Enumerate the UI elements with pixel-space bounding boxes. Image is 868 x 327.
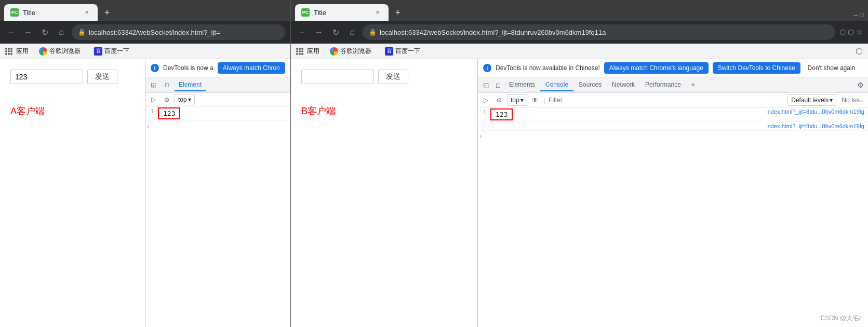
right-message-input[interactable] bbox=[301, 70, 374, 84]
right-devtools-play-icon[interactable]: ▷ bbox=[480, 94, 491, 106]
right-devtools-switch-btn[interactable]: Switch DevTools to Chinese bbox=[713, 62, 800, 74]
right-console-line-2: index.html?_ijt=8tdu...0bv0m6dkm19fg: bbox=[478, 122, 868, 131]
left-message-input[interactable] bbox=[10, 70, 83, 84]
left-devtools-match-btn[interactable]: Always match Chron bbox=[218, 62, 285, 74]
left-tab-close-icon[interactable]: × bbox=[82, 8, 91, 17]
right-devtools-device-icon[interactable]: ◻ bbox=[492, 79, 504, 91]
right-page-area: 发送 B客户端 bbox=[291, 59, 478, 327]
left-devtools-inspect-icon[interactable]: ◱ bbox=[148, 79, 159, 91]
right-send-button[interactable]: 发送 bbox=[378, 70, 408, 84]
left-devtools-icon-block[interactable]: ⊘ bbox=[161, 94, 172, 105]
right-line-number: 1 bbox=[480, 108, 490, 115]
right-default-levels-dropdown[interactable]: Default levels ▾ bbox=[787, 94, 836, 106]
right-top-label: top bbox=[511, 97, 519, 104]
right-url-box[interactable]: 🔒 localhost:63342/webSocket/index.html?_… bbox=[363, 24, 835, 40]
right-divider: | bbox=[544, 96, 545, 104]
left-devtools-info-icon: i bbox=[151, 64, 159, 72]
right-filter-input[interactable] bbox=[549, 97, 785, 104]
right-maximize-icon[interactable]: □ bbox=[860, 11, 864, 19]
right-tab-close-icon[interactable]: × bbox=[373, 8, 382, 17]
left-browser-tab[interactable]: PC Title × bbox=[4, 4, 98, 21]
right-expand-icon[interactable]: › bbox=[480, 133, 482, 139]
left-devtools-device-icon[interactable]: ◻ bbox=[161, 79, 172, 91]
left-apps-button[interactable]: 应用 bbox=[5, 47, 29, 56]
right-star-icon[interactable]: ☆ bbox=[856, 28, 863, 36]
right-devtools-info-icon: i bbox=[483, 64, 491, 72]
right-devtools-eye-icon[interactable]: 👁 bbox=[529, 94, 541, 106]
left-top-dropdown[interactable]: top ▾ bbox=[175, 94, 195, 105]
right-devtools-inspect-icon[interactable]: ◱ bbox=[480, 79, 491, 91]
right-top-dropdown[interactable]: top ▾ bbox=[507, 94, 527, 106]
left-bookmarks-bar: 应用 谷歌浏览器 百 百度一下 bbox=[0, 44, 290, 59]
right-devtools-notification-text: DevTools is now available in Chinese! bbox=[496, 64, 600, 72]
left-baidu-bookmark[interactable]: 百 百度一下 bbox=[91, 46, 132, 57]
left-tab-bar: PC Title × + bbox=[0, 0, 290, 21]
left-expand-icon[interactable]: › bbox=[148, 124, 149, 129]
watermark-text: CSDN @大毛z bbox=[820, 314, 862, 323]
right-devtools-tab-elements[interactable]: Elements bbox=[504, 79, 540, 91]
left-reload-button[interactable]: ↻ bbox=[38, 28, 51, 37]
right-send-form: 发送 bbox=[301, 70, 467, 84]
right-chrome-bookmark[interactable]: 谷歌浏览器 bbox=[327, 46, 375, 57]
right-devtools-header: ◱ ◻ Elements Console Sources Network Per… bbox=[478, 77, 868, 93]
right-reload-button[interactable]: ↻ bbox=[329, 28, 342, 37]
left-address-bar: ← → ↻ ⌂ 🔒 localhost:63342/webSocket/inde… bbox=[0, 21, 290, 44]
left-forward-button[interactable]: → bbox=[22, 28, 34, 37]
right-browser-tab[interactable]: PC Title × bbox=[295, 4, 389, 21]
left-baidu-favicon: 百 bbox=[94, 47, 102, 56]
right-top-arrow: ▾ bbox=[520, 97, 524, 104]
right-baidu-bookmark[interactable]: 百 百度一下 bbox=[382, 46, 423, 57]
right-devtools-tab-performance[interactable]: Performance bbox=[640, 79, 686, 91]
left-devtools-tabs: Element bbox=[175, 79, 206, 91]
left-client-label: A客户端 bbox=[10, 105, 135, 117]
right-devtools-notification: i DevTools is now available in Chinese! … bbox=[478, 59, 868, 77]
right-content-area: 发送 B客户端 i DevTools is now available in C… bbox=[291, 59, 868, 327]
left-send-form: 发送 bbox=[10, 70, 135, 84]
right-minimize-icon[interactable]: ─ bbox=[853, 11, 858, 19]
right-cast-icon[interactable]: ⬡ bbox=[848, 28, 854, 36]
left-devtools-notification-text: DevTools is now a bbox=[163, 64, 213, 72]
left-devtools-elements-tab[interactable]: Element bbox=[175, 79, 206, 91]
right-devtools-match-btn[interactable]: Always match Chrome's language bbox=[604, 62, 709, 74]
right-devtools-tab-console[interactable]: Console bbox=[540, 79, 573, 91]
right-apps-grid-icon bbox=[296, 48, 303, 55]
left-webpage-content: 发送 A客户端 bbox=[0, 59, 145, 327]
right-devtools-gear-icon[interactable]: ⚙ bbox=[854, 79, 866, 91]
right-extension-icon[interactable]: ⬡ bbox=[839, 28, 846, 36]
right-devtools-tab-more[interactable]: » bbox=[686, 79, 700, 91]
right-tab-bar: PC Title × + ─ □ bbox=[291, 0, 868, 21]
left-expand-row: › bbox=[145, 121, 290, 131]
right-bookmarks-bar: 应用 谷歌浏览器 百 百度一下 ⬡ bbox=[291, 44, 868, 59]
left-back-button[interactable]: ← bbox=[5, 28, 18, 37]
right-devtools-left-icons: ◱ ◻ bbox=[480, 79, 504, 91]
right-extensions-button[interactable]: ⬡ bbox=[856, 46, 863, 56]
left-top-label: top bbox=[178, 96, 187, 103]
left-content-split: 发送 A客户端 i DevTools is now a Always match… bbox=[0, 59, 290, 327]
right-console-source-2[interactable]: index.html?_ijt=8tdu...0bv0m6dkm19fg: bbox=[766, 123, 866, 129]
left-tab-title: Title bbox=[23, 9, 78, 17]
left-chrome-favicon bbox=[39, 47, 47, 56]
left-url-text: localhost:63342/webSocket/index.html?_ij… bbox=[89, 29, 220, 36]
right-console-source-1[interactable]: index.html?_ijt=8tdu...0bv0m6dkm19fg: bbox=[766, 108, 866, 115]
right-devtools-block-icon[interactable]: ⊘ bbox=[493, 94, 505, 106]
left-new-tab-button[interactable]: + bbox=[100, 5, 114, 20]
right-console-line-1: 1 123 index.html?_ijt=8tdu...0bv0m6dkm19… bbox=[478, 107, 868, 122]
right-back-button[interactable]: ← bbox=[296, 28, 309, 37]
left-url-box[interactable]: 🔒 localhost:63342/webSocket/index.html?_… bbox=[72, 24, 285, 40]
right-devtools-tab-sources[interactable]: Sources bbox=[573, 79, 607, 91]
right-browser-action-icons: ⬡ ⬡ ☆ bbox=[839, 28, 863, 36]
left-devtools-panel: i DevTools is now a Always match Chron ◱… bbox=[145, 59, 290, 327]
left-devtools-icon-play[interactable]: ▷ bbox=[148, 94, 159, 105]
right-chrome-label: 谷歌浏览器 bbox=[340, 47, 371, 56]
right-new-tab-button[interactable]: + bbox=[391, 5, 405, 20]
left-home-button[interactable]: ⌂ bbox=[55, 28, 68, 37]
right-devtools-tab-network[interactable]: Network bbox=[607, 79, 640, 91]
right-apps-button[interactable]: 应用 bbox=[296, 47, 319, 56]
left-console-value: 123 bbox=[158, 107, 180, 119]
right-forward-button[interactable]: → bbox=[313, 28, 325, 37]
right-home-button[interactable]: ⌂ bbox=[346, 28, 358, 37]
left-chrome-bookmark[interactable]: 谷歌浏览器 bbox=[36, 46, 84, 57]
left-send-button[interactable]: 发送 bbox=[87, 70, 117, 84]
right-devtools-dont-show-btn[interactable]: Don't show again bbox=[805, 62, 859, 74]
left-apps-grid-icon bbox=[5, 48, 12, 55]
